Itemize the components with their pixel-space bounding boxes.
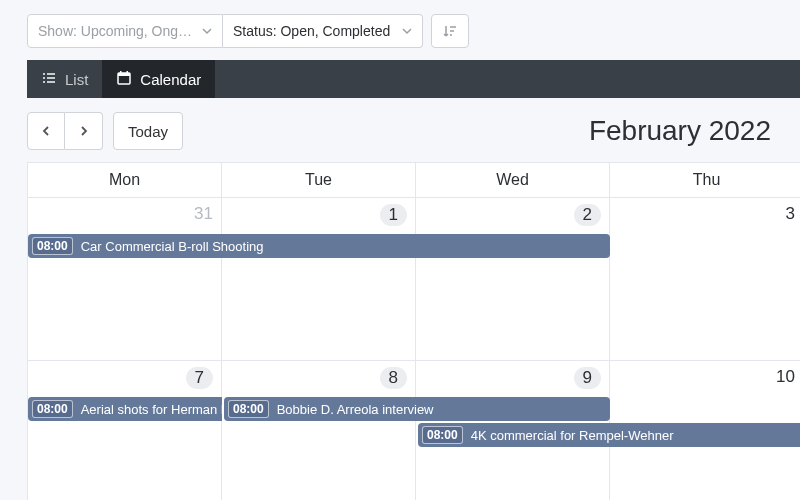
calendar-week: 31 1 2 3 08:00 Car Commercial B-roll Sho… [28,198,800,361]
filter-status-label: Status: Open, Completed [233,23,394,39]
svg-rect-0 [43,73,45,75]
day-number: 8 [380,367,407,389]
dow-header: Thu [610,163,800,198]
svg-rect-7 [118,73,130,76]
day-number: 31 [194,204,213,224]
calendar-event[interactable]: 08:00 4K commercial for Rempel-Wehner [418,423,800,447]
calendar-icon [116,70,132,89]
day-number: 7 [186,367,213,389]
tab-calendar-label: Calendar [140,71,201,88]
today-button[interactable]: Today [113,112,183,150]
caret-down-icon [202,23,212,39]
dow-header: Tue [222,163,416,198]
calendar-day[interactable]: 7 [28,361,222,500]
day-number: 3 [786,204,795,224]
calendar-week: 7 8 9 10 08:00 Aerial shots for Herman L… [28,361,800,500]
calendar-day[interactable]: 31 [28,198,222,361]
svg-rect-5 [47,81,55,83]
event-title: Aerial shots for Herman LL [81,402,222,417]
calendar-grid: Mon Tue Wed Thu 31 1 2 3 08:00 Car Comme… [27,162,800,500]
calendar-day[interactable]: 8 [222,361,416,500]
caret-down-icon [402,23,412,39]
svg-rect-2 [43,77,45,79]
svg-rect-8 [120,71,122,74]
calendar-event[interactable]: 08:00 Bobbie D. Arreola interview [224,397,610,421]
tab-list[interactable]: List [27,60,102,98]
day-number: 9 [574,367,601,389]
filter-show-select[interactable]: Show: Upcoming, Ong… [27,14,223,48]
calendar-day[interactable]: 1 [222,198,416,361]
event-time: 08:00 [32,237,73,255]
event-title: 4K commercial for Rempel-Wehner [471,428,674,443]
event-title: Bobbie D. Arreola interview [277,402,434,417]
calendar-event[interactable]: 08:00 Aerial shots for Herman LL [28,397,222,421]
month-title: February 2022 [589,115,773,147]
svg-rect-4 [43,81,45,83]
event-title: Car Commercial B-roll Shooting [81,239,264,254]
day-number: 1 [380,204,407,226]
calendar-event[interactable]: 08:00 Car Commercial B-roll Shooting [28,234,610,258]
filter-status-select[interactable]: Status: Open, Completed [223,14,423,48]
filter-show-label: Show: Upcoming, Ong… [38,23,194,39]
calendar-day[interactable]: 2 [416,198,610,361]
svg-rect-9 [127,71,129,74]
svg-rect-1 [47,73,55,75]
event-time: 08:00 [422,426,463,444]
day-number: 10 [776,367,795,387]
tab-calendar[interactable]: Calendar [102,60,215,98]
calendar-day[interactable]: 3 [610,198,800,361]
prev-button[interactable] [27,112,65,150]
event-time: 08:00 [32,400,73,418]
event-time: 08:00 [228,400,269,418]
day-number: 2 [574,204,601,226]
svg-rect-3 [47,77,55,79]
tab-list-label: List [65,71,88,88]
list-icon [41,70,57,89]
dow-header: Mon [28,163,222,198]
view-tabs: List Calendar [27,60,800,98]
dow-header: Wed [416,163,610,198]
sort-button[interactable] [431,14,469,48]
next-button[interactable] [65,112,103,150]
